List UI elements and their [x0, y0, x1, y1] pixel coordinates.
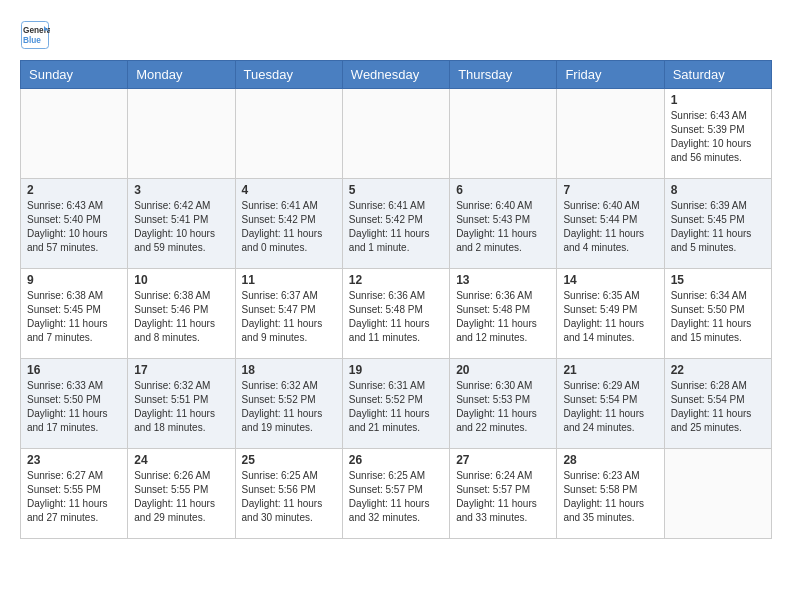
calendar-day-cell: 23Sunrise: 6:27 AM Sunset: 5:55 PM Dayli… — [21, 449, 128, 539]
day-info: Sunrise: 6:23 AM Sunset: 5:58 PM Dayligh… — [563, 469, 657, 525]
calendar-week-row: 2Sunrise: 6:43 AM Sunset: 5:40 PM Daylig… — [21, 179, 772, 269]
calendar-week-row: 16Sunrise: 6:33 AM Sunset: 5:50 PM Dayli… — [21, 359, 772, 449]
weekday-header: Sunday — [21, 61, 128, 89]
day-number: 10 — [134, 273, 228, 287]
calendar-week-row: 1Sunrise: 6:43 AM Sunset: 5:39 PM Daylig… — [21, 89, 772, 179]
calendar-day-cell: 2Sunrise: 6:43 AM Sunset: 5:40 PM Daylig… — [21, 179, 128, 269]
day-info: Sunrise: 6:34 AM Sunset: 5:50 PM Dayligh… — [671, 289, 765, 345]
day-info: Sunrise: 6:37 AM Sunset: 5:47 PM Dayligh… — [242, 289, 336, 345]
calendar-day-cell: 6Sunrise: 6:40 AM Sunset: 5:43 PM Daylig… — [450, 179, 557, 269]
calendar-day-cell — [21, 89, 128, 179]
day-info: Sunrise: 6:43 AM Sunset: 5:39 PM Dayligh… — [671, 109, 765, 165]
day-number: 24 — [134, 453, 228, 467]
day-number: 11 — [242, 273, 336, 287]
calendar-day-cell — [128, 89, 235, 179]
day-info: Sunrise: 6:36 AM Sunset: 5:48 PM Dayligh… — [349, 289, 443, 345]
day-number: 27 — [456, 453, 550, 467]
day-info: Sunrise: 6:32 AM Sunset: 5:51 PM Dayligh… — [134, 379, 228, 435]
day-info: Sunrise: 6:35 AM Sunset: 5:49 PM Dayligh… — [563, 289, 657, 345]
calendar-day-cell: 27Sunrise: 6:24 AM Sunset: 5:57 PM Dayli… — [450, 449, 557, 539]
day-number: 8 — [671, 183, 765, 197]
day-info: Sunrise: 6:41 AM Sunset: 5:42 PM Dayligh… — [242, 199, 336, 255]
calendar-day-cell: 7Sunrise: 6:40 AM Sunset: 5:44 PM Daylig… — [557, 179, 664, 269]
weekday-header: Thursday — [450, 61, 557, 89]
day-number: 28 — [563, 453, 657, 467]
day-info: Sunrise: 6:40 AM Sunset: 5:44 PM Dayligh… — [563, 199, 657, 255]
calendar-day-cell: 10Sunrise: 6:38 AM Sunset: 5:46 PM Dayli… — [128, 269, 235, 359]
day-number: 25 — [242, 453, 336, 467]
day-number: 6 — [456, 183, 550, 197]
calendar-day-cell — [450, 89, 557, 179]
calendar-day-cell: 26Sunrise: 6:25 AM Sunset: 5:57 PM Dayli… — [342, 449, 449, 539]
calendar-day-cell: 13Sunrise: 6:36 AM Sunset: 5:48 PM Dayli… — [450, 269, 557, 359]
day-info: Sunrise: 6:40 AM Sunset: 5:43 PM Dayligh… — [456, 199, 550, 255]
calendar-day-cell: 11Sunrise: 6:37 AM Sunset: 5:47 PM Dayli… — [235, 269, 342, 359]
day-info: Sunrise: 6:24 AM Sunset: 5:57 PM Dayligh… — [456, 469, 550, 525]
calendar-day-cell: 18Sunrise: 6:32 AM Sunset: 5:52 PM Dayli… — [235, 359, 342, 449]
weekday-header: Saturday — [664, 61, 771, 89]
day-number: 5 — [349, 183, 443, 197]
day-number: 15 — [671, 273, 765, 287]
page-header: General Blue — [20, 20, 772, 50]
day-info: Sunrise: 6:43 AM Sunset: 5:40 PM Dayligh… — [27, 199, 121, 255]
day-number: 18 — [242, 363, 336, 377]
day-info: Sunrise: 6:36 AM Sunset: 5:48 PM Dayligh… — [456, 289, 550, 345]
calendar-day-cell — [235, 89, 342, 179]
calendar-day-cell: 8Sunrise: 6:39 AM Sunset: 5:45 PM Daylig… — [664, 179, 771, 269]
day-info: Sunrise: 6:32 AM Sunset: 5:52 PM Dayligh… — [242, 379, 336, 435]
day-number: 13 — [456, 273, 550, 287]
logo: General Blue — [20, 20, 54, 50]
weekday-header: Friday — [557, 61, 664, 89]
calendar-day-cell: 4Sunrise: 6:41 AM Sunset: 5:42 PM Daylig… — [235, 179, 342, 269]
day-info: Sunrise: 6:25 AM Sunset: 5:57 PM Dayligh… — [349, 469, 443, 525]
calendar-day-cell: 16Sunrise: 6:33 AM Sunset: 5:50 PM Dayli… — [21, 359, 128, 449]
logo-icon: General Blue — [20, 20, 50, 50]
calendar-day-cell: 28Sunrise: 6:23 AM Sunset: 5:58 PM Dayli… — [557, 449, 664, 539]
day-number: 1 — [671, 93, 765, 107]
day-info: Sunrise: 6:29 AM Sunset: 5:54 PM Dayligh… — [563, 379, 657, 435]
day-info: Sunrise: 6:30 AM Sunset: 5:53 PM Dayligh… — [456, 379, 550, 435]
day-number: 9 — [27, 273, 121, 287]
calendar-day-cell: 15Sunrise: 6:34 AM Sunset: 5:50 PM Dayli… — [664, 269, 771, 359]
calendar-day-cell: 24Sunrise: 6:26 AM Sunset: 5:55 PM Dayli… — [128, 449, 235, 539]
day-number: 7 — [563, 183, 657, 197]
calendar-day-cell: 14Sunrise: 6:35 AM Sunset: 5:49 PM Dayli… — [557, 269, 664, 359]
day-number: 23 — [27, 453, 121, 467]
calendar-day-cell: 9Sunrise: 6:38 AM Sunset: 5:45 PM Daylig… — [21, 269, 128, 359]
day-number: 4 — [242, 183, 336, 197]
calendar-day-cell: 19Sunrise: 6:31 AM Sunset: 5:52 PM Dayli… — [342, 359, 449, 449]
calendar-day-cell: 25Sunrise: 6:25 AM Sunset: 5:56 PM Dayli… — [235, 449, 342, 539]
calendar-day-cell: 20Sunrise: 6:30 AM Sunset: 5:53 PM Dayli… — [450, 359, 557, 449]
calendar-day-cell: 21Sunrise: 6:29 AM Sunset: 5:54 PM Dayli… — [557, 359, 664, 449]
day-info: Sunrise: 6:27 AM Sunset: 5:55 PM Dayligh… — [27, 469, 121, 525]
calendar-day-cell: 17Sunrise: 6:32 AM Sunset: 5:51 PM Dayli… — [128, 359, 235, 449]
day-number: 19 — [349, 363, 443, 377]
svg-text:Blue: Blue — [23, 36, 41, 45]
day-info: Sunrise: 6:33 AM Sunset: 5:50 PM Dayligh… — [27, 379, 121, 435]
day-info: Sunrise: 6:38 AM Sunset: 5:45 PM Dayligh… — [27, 289, 121, 345]
day-number: 16 — [27, 363, 121, 377]
day-number: 20 — [456, 363, 550, 377]
day-info: Sunrise: 6:42 AM Sunset: 5:41 PM Dayligh… — [134, 199, 228, 255]
day-number: 26 — [349, 453, 443, 467]
calendar-week-row: 9Sunrise: 6:38 AM Sunset: 5:45 PM Daylig… — [21, 269, 772, 359]
calendar-day-cell: 12Sunrise: 6:36 AM Sunset: 5:48 PM Dayli… — [342, 269, 449, 359]
day-number: 14 — [563, 273, 657, 287]
calendar-day-cell: 22Sunrise: 6:28 AM Sunset: 5:54 PM Dayli… — [664, 359, 771, 449]
day-info: Sunrise: 6:41 AM Sunset: 5:42 PM Dayligh… — [349, 199, 443, 255]
day-info: Sunrise: 6:25 AM Sunset: 5:56 PM Dayligh… — [242, 469, 336, 525]
calendar-day-cell — [342, 89, 449, 179]
calendar-day-cell: 1Sunrise: 6:43 AM Sunset: 5:39 PM Daylig… — [664, 89, 771, 179]
calendar-week-row: 23Sunrise: 6:27 AM Sunset: 5:55 PM Dayli… — [21, 449, 772, 539]
day-number: 2 — [27, 183, 121, 197]
day-info: Sunrise: 6:28 AM Sunset: 5:54 PM Dayligh… — [671, 379, 765, 435]
day-number: 21 — [563, 363, 657, 377]
day-info: Sunrise: 6:26 AM Sunset: 5:55 PM Dayligh… — [134, 469, 228, 525]
calendar-day-cell — [664, 449, 771, 539]
calendar-header-row: SundayMondayTuesdayWednesdayThursdayFrid… — [21, 61, 772, 89]
day-info: Sunrise: 6:39 AM Sunset: 5:45 PM Dayligh… — [671, 199, 765, 255]
day-number: 12 — [349, 273, 443, 287]
day-info: Sunrise: 6:38 AM Sunset: 5:46 PM Dayligh… — [134, 289, 228, 345]
calendar-day-cell — [557, 89, 664, 179]
calendar-day-cell: 5Sunrise: 6:41 AM Sunset: 5:42 PM Daylig… — [342, 179, 449, 269]
